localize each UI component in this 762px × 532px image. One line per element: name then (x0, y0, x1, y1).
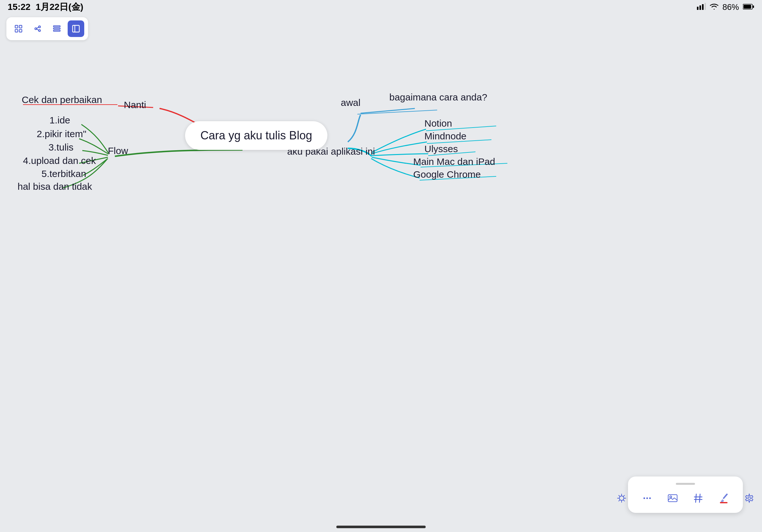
svg-line-36 (623, 495, 625, 497)
svg-rect-8 (19, 26, 22, 28)
app-ulysses: Ulysses (424, 144, 458, 154)
bagaimana-label: bagaimana cara anda? (389, 92, 487, 103)
svg-rect-14 (54, 26, 60, 27)
svg-rect-1 (700, 5, 701, 10)
svg-line-37 (619, 500, 620, 501)
bottom-toolbar-handle (676, 483, 695, 485)
svg-rect-3 (705, 3, 706, 10)
battery-icon (743, 2, 754, 12)
hashtag-icon[interactable] (690, 490, 707, 506)
flow-child-3: 3.tulis (48, 142, 73, 153)
svg-rect-10 (19, 29, 22, 32)
svg-point-13 (35, 28, 37, 30)
svg-point-38 (644, 498, 645, 499)
cek-dan-perbaikan-label: Cek dan perbaikan (22, 95, 102, 105)
brush-icon[interactable] (716, 490, 732, 506)
share-button[interactable] (29, 21, 46, 37)
awal-label: awal (341, 97, 360, 108)
svg-line-34 (619, 495, 620, 497)
date: 1月22日(金) (36, 1, 83, 13)
toolbar (6, 17, 88, 40)
svg-point-11 (38, 26, 40, 28)
svg-rect-41 (668, 495, 677, 502)
insert-image-icon[interactable] (664, 490, 681, 506)
svg-line-43 (696, 494, 696, 502)
svg-rect-5 (753, 5, 754, 8)
svg-line-35 (623, 500, 625, 501)
home-indicator (336, 526, 426, 528)
flow-child-1: 1.ide (49, 115, 70, 126)
app-mindnode: Mindnode (424, 131, 467, 142)
flow-label: Flow (108, 146, 128, 156)
svg-rect-7 (15, 26, 18, 28)
grid-view-button[interactable] (10, 21, 27, 37)
list-view-button[interactable] (48, 21, 65, 37)
svg-point-48 (748, 497, 750, 499)
nanti-label: Nanti (124, 100, 146, 110)
svg-rect-0 (697, 7, 699, 10)
status-bar: 15:22 1月22日(金) 86% (0, 0, 762, 14)
svg-rect-16 (54, 30, 60, 32)
sparkle-icon[interactable] (613, 490, 630, 506)
app-notion: Notion (424, 118, 452, 129)
bottom-toolbar (628, 477, 743, 513)
svg-point-39 (647, 498, 648, 499)
svg-rect-6 (743, 5, 751, 9)
svg-point-12 (38, 30, 40, 32)
flow-child-5: 5.terbitkan (41, 168, 86, 179)
svg-rect-2 (702, 4, 704, 10)
central-node: Cara yg aku tulis Blog (185, 121, 327, 150)
settings-icon[interactable] (741, 490, 758, 506)
app-mainmac: Main Mac dan iPad (413, 156, 495, 167)
sidebar-button[interactable] (68, 21, 84, 37)
time: 15:22 (8, 2, 31, 12)
app-googlechrome: Google Chrome (413, 169, 481, 180)
svg-rect-9 (15, 29, 18, 32)
more-options-icon[interactable] (639, 490, 655, 506)
flow-child-2: 2.pikir item" (37, 129, 87, 139)
svg-point-40 (649, 498, 651, 499)
battery-percentage: 86% (723, 2, 739, 12)
flow-child-4: 4.upload dan cek (23, 155, 96, 166)
svg-rect-15 (54, 28, 60, 29)
bottom-toolbar-icons (613, 490, 758, 506)
mindmap-canvas (0, 0, 762, 532)
svg-rect-47 (720, 502, 727, 503)
svg-line-44 (700, 494, 700, 502)
wifi-icon (710, 2, 719, 12)
flow-child-6: hal bisa dan tidak (18, 181, 92, 192)
signal-icon (697, 2, 706, 12)
svg-rect-18 (73, 26, 79, 32)
